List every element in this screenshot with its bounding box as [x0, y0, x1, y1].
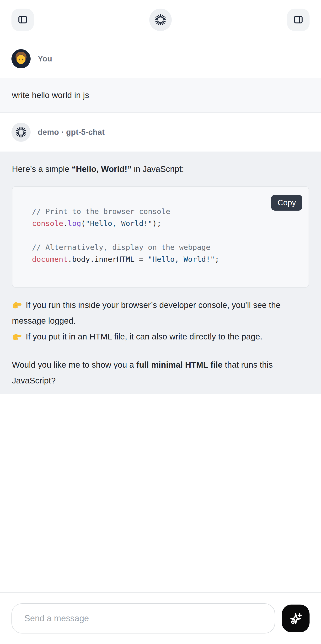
panel-left-icon: [17, 14, 28, 26]
starburst-avatar-icon: [15, 127, 26, 138]
top-bar: [0, 0, 321, 40]
assistant-message: Here’s a simple “Hello, World!” in JavaS…: [0, 152, 321, 394]
model-home-button[interactable]: [149, 8, 172, 31]
sidebar-toggle-button[interactable]: [11, 8, 34, 31]
copy-code-button[interactable]: Copy: [271, 195, 302, 210]
assistant-tips: If you run this inside your browser’s de…: [12, 297, 309, 344]
pointing-right-icon: [12, 300, 22, 310]
assistant-followup: Would you like me to show you a full min…: [12, 357, 309, 388]
sparkles-icon: [289, 611, 303, 626]
user-name-label: You: [38, 54, 52, 63]
user-avatar: [11, 49, 30, 68]
panel-right-icon: [293, 14, 304, 26]
send-button[interactable]: [282, 604, 310, 632]
assistant-intro: Here’s a simple “Hello, World!” in JavaS…: [12, 163, 309, 175]
code-block: Copy // Print to the browser consolecons…: [12, 186, 309, 288]
assistant-avatar: [11, 123, 30, 142]
user-message-header: You: [0, 40, 321, 78]
code-content: // Print to the browser consoleconsole.l…: [32, 205, 299, 265]
composer-bar: [0, 592, 321, 644]
chat-scroll-area[interactable]: You write hello world in js demo · gpt-5…: [0, 40, 321, 592]
assistant-name-label: demo · gpt-5-chat: [38, 128, 105, 137]
panel-toggle-button[interactable]: [287, 8, 310, 31]
pointing-right-icon: [12, 331, 22, 341]
user-message: write hello world in js: [0, 78, 321, 112]
assistant-message-header: demo · gpt-5-chat: [0, 112, 321, 152]
message-input[interactable]: [11, 603, 275, 634]
user-message-text: write hello world in js: [12, 90, 89, 100]
starburst-icon: [155, 14, 166, 26]
person-emoji-avatar-icon: [11, 49, 30, 68]
